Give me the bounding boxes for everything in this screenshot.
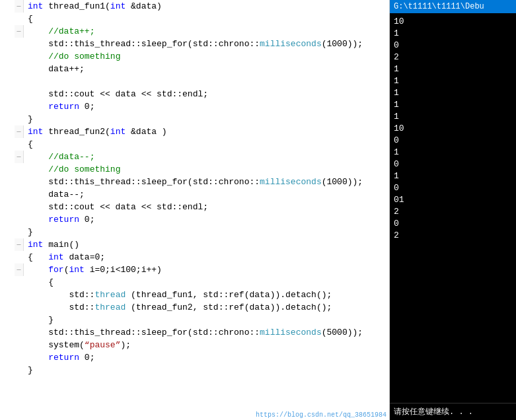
code-line: std::thread (thread_fun1, std::ref(data)… (0, 289, 389, 301)
code-line: return 0; (0, 351, 389, 364)
terminal-line: 1 (394, 28, 512, 40)
code-line: std::cout << data << std::endl; (0, 201, 389, 213)
terminal-line: 1 (394, 87, 512, 99)
line-text: { (24, 138, 389, 151)
code-content: —int thread_fun1(int &data){— //data++; … (0, 0, 389, 420)
terminal-line: 2 (394, 230, 512, 242)
terminal-panel: G:\t1111\t1111\Debu 10102111111001010012… (390, 0, 516, 420)
line-text: } (24, 314, 389, 326)
line-text: int main() (24, 238, 389, 251)
line-text: int thread_fun2(int &data ) (24, 125, 389, 138)
code-line: //do something (0, 50, 389, 63)
code-line: system(“pause”); (0, 339, 389, 351)
code-line: } (0, 314, 389, 326)
code-line: } (0, 226, 389, 238)
terminal-line: 10 (394, 16, 512, 28)
terminal-titlebar: G:\t1111\t1111\Debu (390, 0, 516, 13)
terminal-line: 0 (394, 135, 512, 147)
terminal-line: 1 (394, 147, 512, 158)
code-line: std::this_thread::sleep_for(std::chrono:… (0, 326, 389, 339)
code-line: return 0; (0, 100, 389, 113)
fold-indicator[interactable]: — (15, 125, 24, 138)
line-text: { (24, 13, 389, 25)
fold-indicator[interactable]: — (15, 25, 24, 38)
terminal-line: 1 (394, 75, 512, 87)
code-line: —int thread_fun1(int &data) (0, 0, 389, 13)
line-text: std::cout << data << std::endl; (24, 201, 389, 213)
code-line: } (0, 364, 389, 376)
line-text: data++; (24, 63, 389, 75)
terminal-line: 1 (394, 99, 512, 111)
line-text: { int data=0; (24, 251, 389, 263)
line-text: std::thread (thread_fun1, std::ref(data)… (24, 289, 389, 301)
terminal-footer: 请按任意键继续. . . (390, 403, 516, 420)
code-line: std::this_thread::sleep_for(std::chrono:… (0, 38, 389, 50)
terminal-line: 10 (394, 123, 512, 135)
code-line: data++; (0, 63, 389, 75)
code-line: — for(int i=0;i<100;i++) (0, 263, 389, 276)
line-text: std::this_thread::sleep_for(std::chrono:… (24, 38, 389, 50)
line-text: data--; (24, 188, 389, 201)
line-text: { (24, 276, 389, 289)
line-text: //do something (24, 50, 389, 63)
line-text: //data++; (24, 25, 389, 38)
line-text: //do something (24, 163, 389, 176)
line-text: for(int i=0;i<100;i++) (24, 263, 389, 276)
line-text: //data--; (24, 151, 389, 163)
line-text: } (24, 226, 389, 238)
terminal-line: 2 (394, 52, 512, 63)
line-text: std::thread (thread_fun2, std::ref(data)… (24, 301, 389, 314)
terminal-line: 0 (394, 218, 512, 230)
terminal-line: 01 (394, 194, 512, 206)
code-line: — //data--; (0, 151, 389, 163)
line-text: system(“pause”); (24, 339, 389, 351)
code-line: std::this_thread::sleep_for(std::chrono:… (0, 176, 389, 188)
terminal-output: 1010211111100101001202 (390, 13, 516, 403)
line-text: return 0; (24, 100, 389, 113)
code-line: { (0, 13, 389, 25)
code-line: } (0, 113, 389, 125)
terminal-line: 1 (394, 63, 512, 75)
terminal-line: 0 (394, 182, 512, 194)
code-line: data--; (0, 188, 389, 201)
code-line: return 0; (0, 213, 389, 226)
code-line: —int main() (0, 238, 389, 251)
terminal-line: 2 (394, 206, 512, 218)
line-text: } (24, 113, 389, 125)
code-line: { (0, 138, 389, 151)
line-text: return 0; (24, 213, 389, 226)
watermark: https://blog.csdn.net/qq_38651984 (256, 411, 387, 419)
code-line: std::thread (thread_fun2, std::ref(data)… (0, 301, 389, 314)
code-line: { int data=0; (0, 251, 389, 263)
line-text: std::cout << data << std::endl; (24, 88, 389, 100)
terminal-line: 1 (394, 111, 512, 123)
terminal-title: G:\t1111\t1111\Debu (394, 2, 484, 11)
fold-indicator[interactable]: — (15, 151, 24, 163)
terminal-line: 1 (394, 170, 512, 182)
terminal-line: 0 (394, 40, 512, 52)
fold-indicator[interactable]: — (15, 263, 24, 276)
code-line: //do something (0, 163, 389, 176)
code-line: —int thread_fun2(int &data ) (0, 125, 389, 138)
code-line: std::cout << data << std::endl; (0, 88, 389, 100)
terminal-line: 0 (394, 158, 512, 170)
code-line (0, 75, 389, 88)
code-line: { (0, 276, 389, 289)
fold-indicator[interactable]: — (15, 0, 24, 13)
code-line: — //data++; (0, 25, 389, 38)
line-text: std::this_thread::sleep_for(std::chrono:… (24, 326, 389, 339)
line-text: } (24, 364, 389, 376)
line-text: int thread_fun1(int &data) (24, 0, 389, 13)
line-text: return 0; (24, 351, 389, 364)
line-text: std::this_thread::sleep_for(std::chrono:… (24, 176, 389, 188)
fold-indicator[interactable]: — (15, 238, 24, 251)
code-editor: —int thread_fun1(int &data){— //data++; … (0, 0, 390, 420)
